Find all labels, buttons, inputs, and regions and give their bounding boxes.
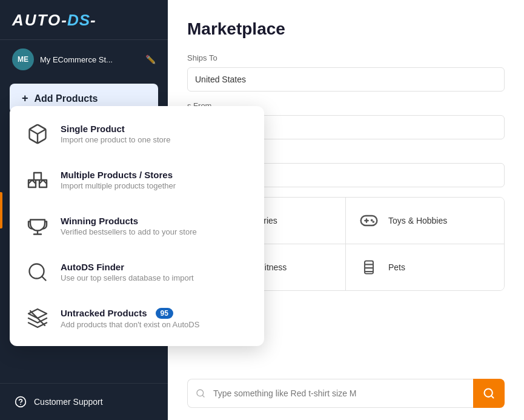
edit-icon[interactable]: ✏️ xyxy=(145,55,156,64)
search-button[interactable] xyxy=(473,379,505,408)
category-pets[interactable]: Pets xyxy=(346,244,504,290)
search-wrapper xyxy=(187,379,473,408)
autods-finder-text: AutoDS Finder Use our top sellers databa… xyxy=(61,262,194,282)
logo: AUTO-DS- xyxy=(12,11,156,30)
untracked-badge: 95 xyxy=(156,308,173,319)
untracked-icon xyxy=(24,305,51,332)
pets-label: Pets xyxy=(388,262,405,272)
svg-rect-6 xyxy=(361,216,377,225)
dropdown-untracked-products[interactable]: Untracked Products 95 Add products that … xyxy=(10,295,264,341)
winning-products-title: Winning Products xyxy=(61,216,197,226)
svg-point-7 xyxy=(371,220,372,221)
dropdown-winning-products[interactable]: Winning Products Verified bestsellers to… xyxy=(10,203,264,249)
customer-support-label: Customer Support xyxy=(34,397,103,407)
customer-support[interactable]: Customer Support xyxy=(0,383,168,420)
winning-products-text: Winning Products Verified bestsellers to… xyxy=(61,216,197,236)
search-icon xyxy=(196,388,205,398)
support-icon xyxy=(15,396,27,408)
untracked-products-title: Untracked Products 95 xyxy=(61,308,173,319)
single-product-desc: Import one product to one store xyxy=(61,135,170,144)
avatar: ME xyxy=(12,48,34,70)
trophy-icon xyxy=(24,213,51,239)
user-name: My ECommerce St... xyxy=(40,55,139,64)
box-icon xyxy=(24,121,51,147)
winning-products-desc: Verified bestsellers to add to your stor… xyxy=(61,227,197,236)
dropdown-single-product[interactable]: Single Product Import one product to one… xyxy=(10,111,264,157)
untracked-products-text: Untracked Products 95 Add products that … xyxy=(61,308,199,329)
multiple-products-text: Multiple Products / Stores Import multip… xyxy=(61,170,176,190)
svg-line-17 xyxy=(491,396,494,398)
ships-to-value[interactable]: United States xyxy=(187,67,505,92)
svg-line-15 xyxy=(202,395,204,397)
category-toys[interactable]: Toys & Hobbies xyxy=(346,198,504,244)
active-indicator xyxy=(0,192,2,228)
toys-hobbies-label: Toys & Hobbies xyxy=(388,216,447,225)
add-products-dropdown: Single Product Import one product to one… xyxy=(10,106,264,346)
pets-icon xyxy=(358,256,380,278)
svg-line-20 xyxy=(42,276,46,281)
plus-icon: + xyxy=(22,92,28,105)
user-profile[interactable]: ME My ECommerce St... ✏️ xyxy=(0,40,168,79)
page-title: Marketplace xyxy=(187,19,505,39)
svg-point-8 xyxy=(373,221,374,222)
add-products-label: Add Products xyxy=(35,93,98,104)
dropdown-multiple-products[interactable]: Multiple Products / Stores Import multip… xyxy=(10,157,264,203)
untracked-products-desc: Add products that don't exist on AutoDS xyxy=(61,320,199,329)
finder-search-icon xyxy=(24,259,51,285)
search-bar-container xyxy=(187,379,505,408)
dropdown-autods-finder[interactable]: AutoDS Finder Use our top sellers databa… xyxy=(10,249,264,295)
gamepad-icon xyxy=(358,210,380,232)
single-product-title: Single Product xyxy=(61,124,170,134)
autods-finder-title: AutoDS Finder xyxy=(61,262,194,272)
single-product-text: Single Product Import one product to one… xyxy=(61,124,170,144)
logo-area: AUTO-DS- xyxy=(0,0,168,40)
multiple-products-desc: Import multiple products together xyxy=(61,181,176,190)
boxes-icon xyxy=(24,167,51,193)
autods-finder-desc: Use our top sellers database to import xyxy=(61,273,194,282)
ships-to-label: Ships To xyxy=(187,53,505,62)
search-input[interactable] xyxy=(187,379,473,408)
multiple-products-title: Multiple Products / Stores xyxy=(61,170,176,180)
